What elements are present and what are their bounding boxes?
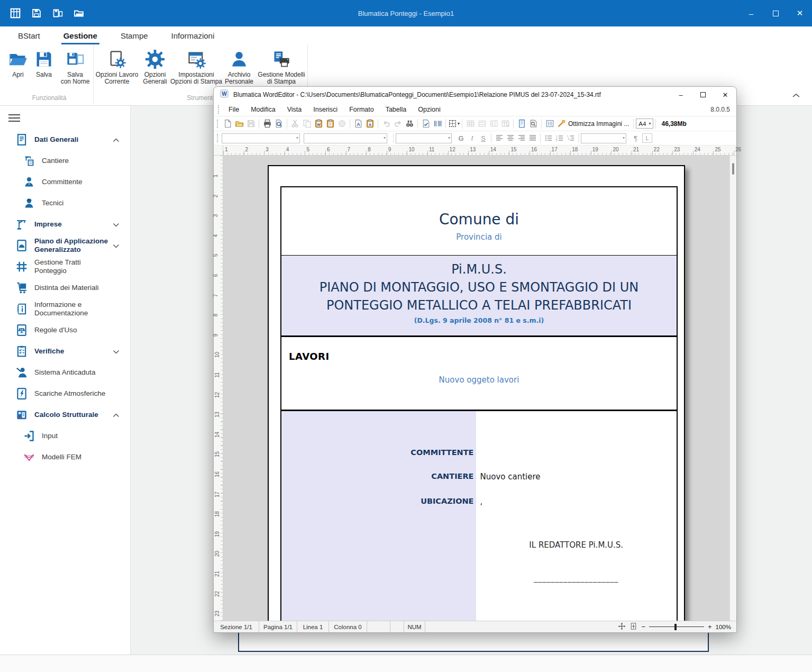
menu-file[interactable]: File bbox=[223, 106, 245, 113]
document-page[interactable]: Comune di Provincia di Pi.M.U.S. PIANO D… bbox=[268, 165, 685, 621]
cover-table: Comune di Provincia di Pi.M.U.S. PIANO D… bbox=[280, 186, 678, 621]
align-left-button[interactable] bbox=[494, 133, 505, 143]
ribbon-button-opzioni-lavoro[interactable]: Opzioni LavoroCorrente bbox=[94, 48, 140, 85]
page-new-icon[interactable] bbox=[222, 118, 233, 129]
chevron-down-icon[interactable] bbox=[113, 220, 120, 229]
sidebar-item-calcolo-strutturale[interactable]: Calcolo Strutturale bbox=[0, 404, 130, 425]
cantiere-label: CANTIERE bbox=[431, 472, 473, 480]
borders-icon[interactable]: ▾ bbox=[448, 118, 460, 129]
wordeditor-close-button[interactable]: ✕ bbox=[714, 87, 736, 103]
sidebar-item-distinta-dei-materiali[interactable]: Distinta dei Materiali bbox=[0, 277, 130, 298]
chevron-up-icon[interactable] bbox=[113, 410, 120, 420]
sidebar-item-gestione-tratti-ponteggio[interactable]: Gestione Tratti Ponteggio bbox=[0, 256, 130, 277]
wordeditor-maximize-button[interactable] bbox=[692, 87, 714, 103]
ribbon-button-impostazioni[interactable]: ImpostazioniOpzioni di Stampa bbox=[170, 48, 223, 85]
menu-tabella[interactable]: Tabella bbox=[380, 106, 413, 113]
align-center-button[interactable] bbox=[505, 133, 516, 143]
ribbon-button-opzioni[interactable]: OpzioniGenerali bbox=[140, 48, 170, 85]
sidebar-item-verifiche[interactable]: Verifiche bbox=[0, 341, 130, 362]
page-size-select[interactable]: A4▾ bbox=[636, 119, 653, 129]
tab-gestione[interactable]: Gestione bbox=[57, 26, 104, 44]
wordeditor-minimize-button[interactable]: – bbox=[670, 87, 692, 103]
ribbon-button-apri[interactable]: Apri bbox=[5, 48, 31, 78]
sidebar-item-piano-di-applicazione-generalizzato[interactable]: Piano di Applicazione Generalizzato bbox=[0, 235, 130, 256]
menu-opzioni[interactable]: Opzioni bbox=[412, 106, 446, 113]
bullet-list-button[interactable] bbox=[543, 133, 554, 143]
ribbon-collapse-button[interactable] bbox=[792, 90, 800, 100]
sidebar-item-imprese[interactable]: Imprese bbox=[0, 214, 130, 235]
sidebar-item-modelli-fem[interactable]: Modelli FEM bbox=[0, 447, 130, 468]
menu-inserisci[interactable]: Inserisci bbox=[307, 106, 343, 113]
bold-button[interactable]: G bbox=[455, 133, 467, 143]
pilcrow-button[interactable]: ¶ bbox=[630, 133, 641, 143]
numbered-list-button[interactable]: 123 bbox=[554, 133, 565, 143]
sidebar-item-committente[interactable]: Committente bbox=[0, 171, 130, 193]
hamburger-menu-icon[interactable] bbox=[8, 114, 20, 122]
properties-icon[interactable] bbox=[544, 118, 555, 129]
font-select[interactable] bbox=[304, 133, 387, 143]
tab-stampe[interactable]: Stampe bbox=[114, 26, 154, 44]
ribbon-button-salva[interactable]: Salva bbox=[31, 48, 57, 78]
chevron-down-icon[interactable] bbox=[113, 241, 120, 250]
insert-text-icon[interactable]: A bbox=[352, 118, 364, 129]
pan-page-icon[interactable] bbox=[629, 622, 637, 631]
print-preview-icon[interactable] bbox=[273, 118, 285, 129]
print-icon[interactable] bbox=[261, 118, 273, 129]
paste-word-icon[interactable]: W bbox=[313, 118, 324, 129]
optimize-images-label[interactable]: Ottimizza Immagini ... bbox=[568, 120, 629, 128]
chevron-down-icon[interactable] bbox=[113, 347, 120, 356]
qat-saveas-icon[interactable] bbox=[50, 5, 66, 21]
l-corner-button[interactable]: L bbox=[642, 133, 652, 143]
font-size-select[interactable] bbox=[396, 133, 452, 143]
minimize-button[interactable]: – bbox=[739, 0, 763, 26]
sidebar-item-sistema-anticaduta[interactable]: Sistema Anticaduta bbox=[0, 362, 130, 383]
tab-bstart[interactable]: BStart bbox=[12, 26, 47, 44]
menu-modifica[interactable]: Modifica bbox=[245, 106, 281, 113]
dropdown-arrow-icon: ▾ bbox=[649, 121, 651, 126]
sidebar-item-informazione-e-documentazione[interactable]: Informazione e Documentazione bbox=[0, 298, 130, 320]
spellcheck-icon[interactable] bbox=[420, 118, 432, 129]
zoom-in-button[interactable]: + bbox=[708, 623, 712, 631]
open-file-icon[interactable] bbox=[233, 118, 245, 129]
paste-text-icon[interactable]: A bbox=[364, 118, 376, 129]
maximize-button[interactable] bbox=[763, 0, 788, 26]
app-logo-icon[interactable] bbox=[7, 5, 23, 21]
qat-open-icon[interactable] bbox=[71, 5, 87, 21]
page-layout-icon[interactable] bbox=[516, 118, 527, 129]
ruler-number: 13 bbox=[470, 147, 476, 152]
align-right-button[interactable] bbox=[516, 133, 527, 143]
italic-button[interactable]: I bbox=[467, 133, 478, 143]
zoom-slider-thumb[interactable] bbox=[674, 624, 677, 630]
style-select[interactable] bbox=[222, 133, 300, 143]
align-justify-button[interactable] bbox=[527, 133, 538, 143]
menu-vista[interactable]: Vista bbox=[281, 106, 308, 113]
zoom-slider[interactable] bbox=[649, 624, 704, 630]
optimize-wand-icon[interactable] bbox=[555, 118, 567, 129]
underline-button[interactable]: S bbox=[478, 133, 489, 143]
sidebar-item-dati-generali[interactable]: Dati Generali bbox=[0, 129, 130, 150]
scrollbar-thumb[interactable] bbox=[732, 163, 734, 175]
ribbon-button-archivio[interactable]: ArchivioPersonale bbox=[223, 48, 256, 85]
pan-icon[interactable] bbox=[618, 622, 626, 631]
zoom-select[interactable] bbox=[581, 133, 626, 143]
sidebar-item-cantiere[interactable]: Cantiere bbox=[0, 150, 130, 171]
sidebar-item-regole-d-uso[interactable]: Regole d'Uso bbox=[0, 320, 130, 341]
sidebar-item-tecnici[interactable]: Tecnici bbox=[0, 193, 130, 214]
find-icon[interactable] bbox=[404, 118, 415, 129]
paste-icon[interactable] bbox=[324, 118, 336, 129]
sidebar-item-scariche-atmosferiche[interactable]: Scariche Atmosferiche bbox=[0, 383, 130, 404]
columns-icon[interactable] bbox=[432, 118, 443, 129]
zoom-page-icon[interactable] bbox=[527, 118, 539, 129]
vertical-scrollbar[interactable] bbox=[729, 156, 736, 621]
close-button[interactable]: ✕ bbox=[788, 0, 812, 26]
ribbon-button-salva[interactable]: Salvacon Nome bbox=[57, 48, 93, 85]
sidebar-item-input[interactable]: Input bbox=[0, 425, 130, 447]
zoom-out-button[interactable]: − bbox=[641, 623, 645, 631]
qat-save-icon[interactable] bbox=[29, 5, 44, 21]
menu-formato[interactable]: Formato bbox=[343, 106, 380, 113]
pimus-line2: PONTEGGIO METALLICO A TELAI PREFABBRICAT… bbox=[281, 296, 677, 314]
chevron-up-icon[interactable] bbox=[113, 135, 120, 144]
tab-informazioni[interactable]: Informazioni bbox=[165, 26, 221, 44]
multilevel-list-button[interactable]: 1.a. bbox=[565, 133, 576, 143]
ribbon-button-gestione-modelli[interactable]: Gestione Modellidi Stampa bbox=[256, 48, 307, 85]
